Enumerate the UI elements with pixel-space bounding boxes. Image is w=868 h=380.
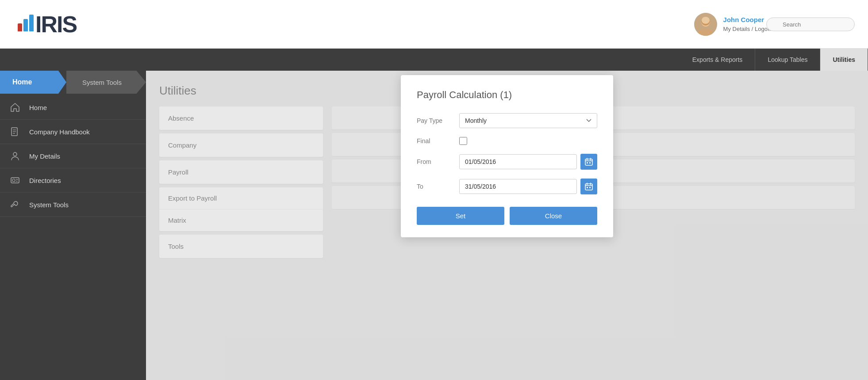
final-label: Final: [417, 137, 452, 144]
sidebar-item-system-tools-label: System Tools: [29, 201, 69, 209]
nav-bar: Exports & Reports Lookup Tables Utilitie…: [0, 49, 868, 71]
svg-point-4: [702, 17, 710, 24]
logo-text: IRIS: [35, 11, 77, 38]
from-date-input[interactable]: [459, 154, 577, 169]
logo-bars: [18, 15, 34, 31]
avatar: [694, 13, 717, 36]
sidebar-item-home-label: Home: [29, 104, 47, 111]
user-links[interactable]: My Details / Logoff: [723, 25, 771, 34]
modal-title: Payroll Calculation (1): [417, 89, 597, 101]
sidebar-item-company-handbook-label: Company Handbook: [29, 128, 90, 136]
logo-bar-red: [18, 23, 22, 31]
search-input[interactable]: [766, 17, 855, 31]
to-label: To: [417, 183, 452, 190]
close-button[interactable]: Close: [510, 207, 597, 225]
svg-rect-20: [587, 162, 588, 163]
nav-tabs: Exports & Reports Lookup Tables Utilitie…: [680, 49, 868, 71]
wrench-icon: [9, 200, 21, 209]
modal-overlay: Payroll Calculation (1) Pay Type Monthly…: [146, 71, 868, 380]
set-button[interactable]: Set: [417, 207, 504, 225]
form-row-pay-type: Pay Type Monthly Weekly Fortnightly Four…: [417, 113, 597, 128]
svg-rect-21: [589, 162, 591, 163]
sidebar-menu: Home Company Handbook: [0, 95, 146, 380]
search-area: [766, 17, 855, 31]
user-name[interactable]: John Cooper: [723, 15, 771, 25]
svg-rect-27: [589, 187, 591, 188]
modal-actions: Set Close: [417, 207, 597, 225]
svg-rect-16: [585, 159, 592, 165]
from-calendar-button[interactable]: [580, 154, 597, 170]
home-icon: [9, 103, 21, 112]
id-card-icon: [9, 175, 21, 185]
svg-point-11: [13, 152, 17, 156]
logo-bar-blue2: [29, 15, 34, 31]
sidebar-item-my-details[interactable]: My Details: [0, 144, 146, 168]
book-icon: [9, 127, 21, 137]
main-layout: Home System Tools Home: [0, 71, 868, 380]
logo: IRIS: [18, 11, 77, 38]
tab-lookup-tables[interactable]: Lookup Tables: [755, 49, 820, 71]
top-header: IRIS John Cooper My Details / Logoff: [0, 0, 868, 49]
logo-bar-blue1: [23, 19, 28, 31]
breadcrumb-home[interactable]: Home: [0, 71, 66, 94]
form-row-final: Final: [417, 137, 597, 145]
sidebar-item-system-tools[interactable]: System Tools: [0, 193, 146, 217]
sidebar-item-my-details-label: My Details: [29, 152, 60, 160]
tab-utilities[interactable]: Utilities: [820, 49, 868, 71]
sidebar-item-company-handbook[interactable]: Company Handbook: [0, 120, 146, 144]
to-date-input[interactable]: [459, 179, 577, 194]
user-info: John Cooper My Details / Logoff: [723, 15, 771, 34]
form-row-to: To: [417, 179, 597, 194]
payroll-calculation-modal: Payroll Calculation (1) Pay Type Monthly…: [401, 75, 613, 237]
breadcrumb-system[interactable]: System Tools: [66, 71, 146, 94]
sidebar-item-directories-label: Directories: [29, 177, 61, 184]
from-label: From: [417, 158, 452, 165]
svg-rect-22: [585, 184, 592, 190]
pay-type-select[interactable]: Monthly Weekly Fortnightly Four-Weekly: [459, 113, 597, 128]
sidebar-item-home[interactable]: Home: [0, 95, 146, 120]
tab-exports-reports[interactable]: Exports & Reports: [680, 49, 756, 71]
to-calendar-button[interactable]: [580, 179, 597, 194]
person-icon: [9, 151, 21, 161]
sidebar-item-directories[interactable]: Directories: [0, 168, 146, 193]
svg-point-13: [12, 179, 15, 182]
pay-type-label: Pay Type: [417, 117, 452, 124]
breadcrumb-nav: Home System Tools: [0, 71, 146, 94]
final-checkbox[interactable]: [459, 137, 467, 145]
user-area: John Cooper My Details / Logoff: [694, 13, 771, 36]
svg-rect-26: [587, 187, 588, 188]
form-row-from: From: [417, 154, 597, 170]
sidebar: Home System Tools Home: [0, 71, 146, 380]
content-area: Utilities Absence Company Payroll Export…: [146, 71, 868, 380]
